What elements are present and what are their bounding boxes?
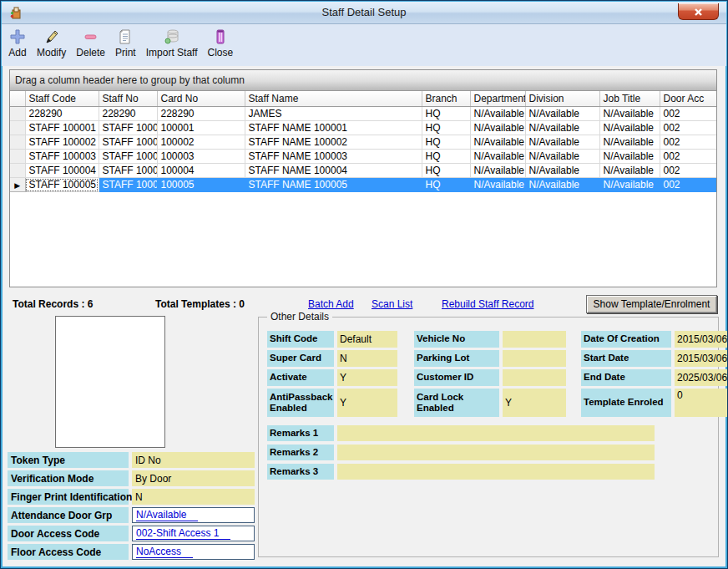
cell[interactable]: HQ xyxy=(422,121,470,135)
cell[interactable]: STAFF NAME 100002 xyxy=(245,135,422,150)
template-enroled-value: 0 xyxy=(675,389,728,417)
cell[interactable]: 228290 xyxy=(157,107,245,121)
door-access-code-link[interactable]: 002-Shift Access 1 xyxy=(136,527,230,540)
cell[interactable]: 002 xyxy=(660,178,716,192)
cell[interactable]: STAFF 100001 xyxy=(99,121,157,135)
print-button[interactable]: Print xyxy=(115,28,136,58)
table-row[interactable]: STAFF 100002 STAFF 100002 100002 STAFF N… xyxy=(10,135,716,150)
col-job-title[interactable]: Job Title xyxy=(599,91,660,107)
shift-code-label: Shift Code xyxy=(267,331,334,348)
modify-button[interactable]: Modify xyxy=(37,28,66,58)
cell[interactable]: HQ xyxy=(422,135,470,150)
floor-access-code-link[interactable]: NoAccess xyxy=(136,546,193,558)
scan-list-link[interactable]: Scan List xyxy=(372,298,412,310)
cell[interactable]: N/Available xyxy=(599,107,660,121)
end-date-value: 2025/03/06 xyxy=(675,369,728,386)
cell[interactable]: STAFF 100002 xyxy=(25,135,99,150)
import-staff-button[interactable]: Import Staff xyxy=(146,28,198,58)
cell[interactable]: HQ xyxy=(422,107,470,121)
cell[interactable]: STAFF 100004 xyxy=(99,164,157,178)
window-title: Staff Detail Setup xyxy=(2,6,726,18)
date-of-creation-label: Date Of Creation xyxy=(581,331,671,348)
cell[interactable]: 002 xyxy=(660,150,716,164)
start-date-value: 2015/03/06 xyxy=(675,350,728,367)
cell[interactable]: N/Available xyxy=(470,150,525,164)
antipassback-enabled-value: Y xyxy=(337,389,397,417)
cell[interactable]: 100004 xyxy=(157,164,245,178)
delete-button[interactable]: Delete xyxy=(76,28,105,58)
cell[interactable]: HQ xyxy=(422,150,470,164)
cell[interactable]: 100003 xyxy=(157,150,245,164)
cell[interactable]: STAFF 100001 xyxy=(25,121,99,135)
cell[interactable]: JAMES xyxy=(245,107,422,121)
cell[interactable]: N/Available xyxy=(525,150,599,164)
cell[interactable]: N/Available xyxy=(599,121,660,135)
cell[interactable]: 228290 xyxy=(25,107,99,121)
cell[interactable]: HQ xyxy=(422,178,470,192)
cell[interactable]: 002 xyxy=(660,107,716,121)
cell[interactable]: N/Available xyxy=(599,164,660,178)
cell[interactable]: 002 xyxy=(660,121,716,135)
cell[interactable]: N/Available xyxy=(525,164,599,178)
table-row[interactable]: STAFF 100001 STAFF 100001 100001 STAFF N… xyxy=(10,121,716,135)
table-row[interactable]: STAFF 100003 STAFF 100003 100003 STAFF N… xyxy=(10,150,716,164)
group-by-bar[interactable]: Drag a column header here to group by th… xyxy=(10,70,716,91)
cell[interactable]: STAFF NAME 100001 xyxy=(245,121,422,135)
table-row[interactable]: 228290 228290 228290 JAMES HQ N/Availabl… xyxy=(10,107,716,121)
cell[interactable]: STAFF NAME 100004 xyxy=(245,164,422,178)
cell[interactable]: N/Available xyxy=(525,121,599,135)
close-button[interactable] xyxy=(678,3,719,20)
col-staff-name[interactable]: Staff Name xyxy=(245,91,422,107)
cell[interactable]: STAFF NAME 100003 xyxy=(245,150,422,164)
cell[interactable]: N/Available xyxy=(599,150,660,164)
cell[interactable]: 100002 xyxy=(157,135,245,150)
col-staff-code[interactable]: Staff Code xyxy=(25,91,99,107)
col-door-acc[interactable]: Door Acc xyxy=(660,91,716,107)
col-staff-no[interactable]: Staff No xyxy=(99,91,157,107)
cell[interactable]: STAFF 100002 xyxy=(99,135,157,150)
col-branch[interactable]: Branch xyxy=(422,91,470,107)
cell[interactable]: STAFF NAME 100005 xyxy=(245,178,422,192)
cell[interactable]: N/Available xyxy=(599,178,660,192)
cell[interactable]: STAFF 100003 xyxy=(25,150,99,164)
add-icon xyxy=(8,28,27,46)
close-window-button[interactable]: Close xyxy=(208,28,234,58)
add-label: Add xyxy=(8,47,26,58)
table-row-selected[interactable]: ▶ STAFF 100005 STAFF 100005 100005 STAFF… xyxy=(10,178,716,192)
show-template-enrolment-button[interactable]: Show Template/Enrolment xyxy=(586,295,717,313)
cell[interactable]: N/Available xyxy=(470,107,525,121)
cell[interactable]: STAFF 100004 xyxy=(25,164,99,178)
cell[interactable]: 100005 xyxy=(157,178,245,192)
titlebar[interactable]: Staff Detail Setup xyxy=(2,2,726,24)
cell[interactable]: 002 xyxy=(660,164,716,178)
document-icon xyxy=(116,28,134,46)
rebuild-staff-record-link[interactable]: Rebuild Staff Record xyxy=(442,298,534,310)
attendance-door-grp-link[interactable]: N/Available xyxy=(136,509,198,521)
cell[interactable]: HQ xyxy=(422,164,470,178)
cell[interactable]: 002 xyxy=(660,135,716,150)
cell[interactable]: 228290 xyxy=(99,107,157,121)
cell[interactable]: N/Available xyxy=(470,164,525,178)
cell[interactable]: N/Available xyxy=(525,135,599,150)
row-indicator xyxy=(10,135,25,150)
cell[interactable]: N/Available xyxy=(525,178,599,192)
cell[interactable]: N/Available xyxy=(470,135,525,150)
col-department[interactable]: Department xyxy=(470,91,525,107)
table-row[interactable]: STAFF 100004 STAFF 100004 100004 STAFF N… xyxy=(10,164,716,178)
cell[interactable]: N/Available xyxy=(470,121,525,135)
other-details-fields: Shift Code Default Vehicle No Date Of Cr… xyxy=(267,331,728,417)
cell[interactable]: N/Available xyxy=(599,135,660,150)
vehicle-no-label: Vehicle No xyxy=(414,331,499,348)
header-gutter xyxy=(10,91,25,107)
col-division[interactable]: Division xyxy=(525,91,599,107)
cell[interactable]: STAFF 100005 xyxy=(99,178,157,192)
cell-focused[interactable]: STAFF 100005 xyxy=(25,178,99,192)
col-card-no[interactable]: Card No xyxy=(157,91,245,107)
cell[interactable]: N/Available xyxy=(525,107,599,121)
cell[interactable]: 100001 xyxy=(157,121,245,135)
add-button[interactable]: Add xyxy=(8,28,27,58)
cell[interactable]: N/Available xyxy=(470,178,525,192)
batch-add-link[interactable]: Batch Add xyxy=(308,298,354,310)
cell[interactable]: STAFF 100003 xyxy=(99,150,157,164)
remarks-1-value xyxy=(337,425,655,441)
